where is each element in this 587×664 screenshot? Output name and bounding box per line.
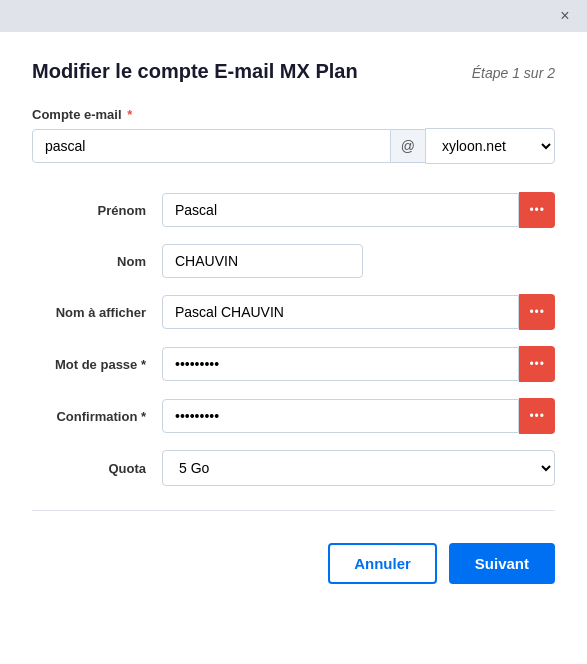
compte-email-group: Compte e-mail * @ xyloon.net [32,107,555,164]
annuler-button[interactable]: Annuler [328,543,437,584]
prenom-options-button[interactable]: ••• [519,192,555,228]
nom-field [162,236,555,286]
confirmation-required: * [137,409,146,424]
confirmation-row: Confirmation * ••• [32,390,555,442]
nom-afficher-options-button[interactable]: ••• [519,294,555,330]
modal-container: × Modifier le compte E-mail MX Plan Étap… [0,0,587,664]
nom-afficher-dots-icon: ••• [529,305,545,319]
domain-select[interactable]: xyloon.net [425,128,555,164]
nom-afficher-field: ••• [162,286,555,338]
nom-row: Nom [32,236,555,286]
email-local-input[interactable] [32,129,391,163]
email-row: @ xyloon.net [32,128,555,164]
mot-de-passe-label: Mot de passe * [32,338,162,390]
prenom-input-group: ••• [162,192,555,228]
at-symbol: @ [391,129,425,163]
nom-afficher-label: Nom à afficher [32,286,162,338]
footer-actions: Annuler Suivant [32,543,555,592]
modal-step: Étape 1 sur 2 [472,65,555,81]
nom-label: Nom [32,236,162,286]
quota-field: 5 Go 10 Go 25 Go 50 Go 100 Go [162,442,555,494]
footer-separator [32,510,555,511]
mot-de-passe-options-button[interactable]: ••• [519,346,555,382]
quota-label: Quota [32,442,162,494]
prenom-field: ••• [162,184,555,236]
prenom-row: Prénom ••• [32,184,555,236]
mot-de-passe-dots-icon: ••• [529,357,545,371]
mot-de-passe-required: * [137,357,146,372]
mot-de-passe-input[interactable] [162,347,519,381]
confirmation-field: ••• [162,390,555,442]
nom-afficher-input[interactable] [162,295,519,329]
modal-title: Modifier le compte E-mail MX Plan [32,60,358,83]
modal-topbar: × [0,0,587,32]
confirmation-options-button[interactable]: ••• [519,398,555,434]
confirmation-label: Confirmation * [32,390,162,442]
confirmation-input-group: ••• [162,398,555,434]
required-marker: * [124,107,133,122]
nom-input[interactable] [162,244,363,278]
quota-row: Quota 5 Go 10 Go 25 Go 50 Go 100 Go [32,442,555,494]
mot-de-passe-field: ••• [162,338,555,390]
mot-de-passe-row: Mot de passe * ••• [32,338,555,390]
prenom-input[interactable] [162,193,519,227]
nom-afficher-row: Nom à afficher ••• [32,286,555,338]
modal-header: Modifier le compte E-mail MX Plan Étape … [32,60,555,83]
compte-email-label: Compte e-mail * [32,107,555,122]
confirmation-dots-icon: ••• [529,409,545,423]
suivant-button[interactable]: Suivant [449,543,555,584]
nom-afficher-input-group: ••• [162,294,555,330]
prenom-dots-icon: ••• [529,203,545,217]
form-table: Prénom ••• Nom [32,184,555,494]
prenom-label: Prénom [32,184,162,236]
close-button[interactable]: × [553,4,577,28]
mot-de-passe-input-group: ••• [162,346,555,382]
confirmation-input[interactable] [162,399,519,433]
quota-select[interactable]: 5 Go 10 Go 25 Go 50 Go 100 Go [162,450,555,486]
modal-content: Modifier le compte E-mail MX Plan Étape … [0,32,587,664]
